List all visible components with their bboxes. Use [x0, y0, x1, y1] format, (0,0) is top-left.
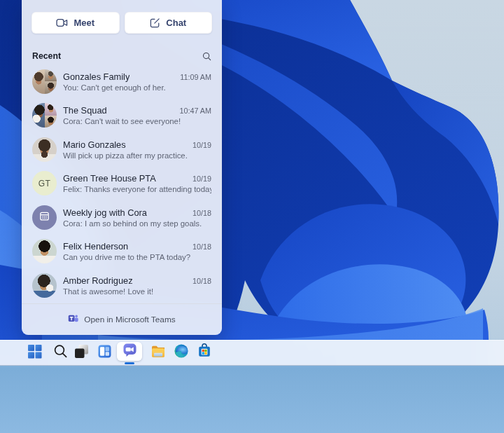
teams-chat-flyout: Meet Chat Recent: [22, 0, 222, 335]
conversation-preview: Can you drive me to the PTA today?: [63, 253, 211, 261]
conversation-time: 10/18: [192, 242, 211, 251]
conversation-name: Mario Gonzales: [63, 139, 126, 150]
widgets-button[interactable]: [96, 344, 113, 361]
teams-chat-icon: [122, 342, 138, 361]
avatar-initials: GT: [32, 171, 57, 195]
search-icon: [53, 344, 68, 362]
conversation-preview: Felix: Thanks everyone for attending tod…: [63, 185, 211, 193]
windows-start-icon: [27, 344, 42, 362]
conversation-preview: Cora: Can't wait to see everyone!: [63, 117, 211, 125]
open-in-teams-link[interactable]: Open in Microsoft Teams: [22, 303, 222, 335]
conversation-list: Gonzales Family 11:09 AM You: Can't get …: [22, 64, 222, 303]
search-button[interactable]: [52, 344, 69, 361]
recent-label: Recent: [32, 51, 61, 61]
file-explorer-button[interactable]: [150, 344, 167, 361]
conversation-time: 10/18: [192, 277, 211, 285]
conversation-time: 10:47 AM: [179, 106, 211, 115]
desktop-screen: Meet Chat Recent: [0, 0, 504, 433]
avatar: [32, 273, 57, 298]
conversation-name: The Squad: [63, 105, 107, 116]
recent-header: Recent: [32, 50, 211, 62]
start-button[interactable]: [26, 344, 43, 361]
avatar: [32, 69, 57, 94]
task-view-icon: [74, 344, 89, 362]
conversation-name: Weekly jog with Cora: [63, 207, 147, 218]
widgets-icon: [97, 344, 112, 362]
microsoft-store-icon: [197, 343, 212, 362]
conversation-name: Amber Rodriguez: [63, 275, 133, 286]
conversation-preview: Cora: I am so behind on my step goals.: [63, 219, 211, 228]
list-item[interactable]: Weekly jog with Cora 10/18 Cora: I am so…: [22, 200, 222, 235]
taskbar: [0, 340, 504, 366]
open-in-teams-label: Open in Microsoft Teams: [84, 315, 175, 324]
chat-button-active[interactable]: [117, 342, 142, 361]
folder-icon: [150, 343, 166, 362]
edge-browser-icon: [174, 343, 189, 362]
avatar: [32, 205, 57, 230]
conversation-name: Felix Henderson: [63, 241, 128, 252]
avatar: [32, 137, 57, 162]
conversation-name: Gonzales Family: [63, 71, 130, 82]
avatar: [32, 239, 57, 263]
chat-button-label: Chat: [166, 18, 186, 28]
list-item[interactable]: GT Green Tree House PTA 10/19 Felix: Tha…: [22, 167, 222, 201]
meet-button-label: Meet: [74, 18, 94, 28]
list-item[interactable]: Felix Henderson 10/18 Can you drive me t…: [22, 235, 222, 269]
search-icon[interactable]: [202, 52, 211, 61]
conversation-time: 10/19: [192, 174, 211, 183]
list-item[interactable]: Mario Gonzales 10/19 Will pick up pizza …: [22, 132, 222, 167]
conversation-time: 10/19: [192, 141, 211, 149]
conversation-time: 10/18: [192, 209, 211, 217]
conversation-time: 11:09 AM: [180, 73, 211, 81]
calendar-icon: [38, 210, 50, 225]
meet-button[interactable]: Meet: [31, 12, 120, 34]
store-button[interactable]: [196, 344, 213, 361]
conversation-preview: Will pick up pizza after my practice.: [63, 151, 211, 160]
list-item[interactable]: Amber Rodriguez 10/18 That is awesome! L…: [22, 268, 222, 303]
chat-button[interactable]: Chat: [125, 12, 213, 34]
list-item[interactable]: The Squad 10:47 AM Cora: Can't wait to s…: [22, 99, 222, 133]
edge-button[interactable]: [173, 344, 190, 361]
task-view-button[interactable]: [73, 344, 90, 361]
avatar: [32, 103, 57, 128]
conversation-preview: That is awesome! Love it!: [63, 287, 211, 296]
conversation-name: Green Tree House PTA: [63, 173, 156, 184]
teams-logo-icon: [68, 313, 78, 326]
conversation-preview: You: Can't get enough of her.: [63, 83, 211, 92]
action-buttons: Meet Chat: [31, 12, 212, 34]
list-item[interactable]: Gonzales Family 11:09 AM You: Can't get …: [22, 64, 222, 99]
compose-icon: [150, 18, 160, 28]
video-camera-icon: [56, 18, 68, 27]
active-app-indicator: [125, 362, 134, 364]
